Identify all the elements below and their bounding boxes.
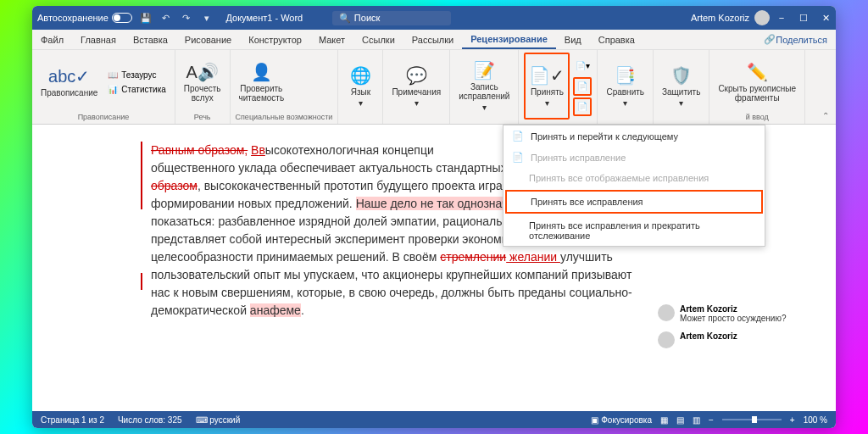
- ink-icon: ✏️: [747, 62, 768, 82]
- tab-insert[interactable]: Вставка: [125, 30, 176, 49]
- protect-icon: 🛡️: [670, 65, 692, 86]
- next-change-button[interactable]: 📄: [573, 97, 592, 116]
- collapse-ribbon-icon[interactable]: ⌃: [822, 111, 829, 120]
- accept-next[interactable]: 📄Принять и перейти к следующему: [504, 125, 765, 147]
- save-icon[interactable]: 💾: [139, 11, 153, 25]
- search-box[interactable]: 🔍 Поиск: [332, 11, 451, 25]
- language-icon: 🌐: [350, 65, 371, 86]
- spelling-icon: abc✓: [48, 66, 90, 86]
- statusbar: Страница 1 из 2 Число слов: 325 ⌨ русски…: [32, 411, 836, 428]
- avatar: [754, 10, 770, 25]
- search-icon: 🔍: [339, 13, 351, 24]
- tab-view[interactable]: Вид: [556, 30, 590, 49]
- reject-button[interactable]: 📄▾: [573, 57, 592, 75]
- comment[interactable]: Artem Kozoriz: [658, 331, 836, 348]
- page-indicator[interactable]: Страница 1 из 2: [41, 415, 104, 425]
- hide-ink-button[interactable]: ✏️Скрыть рукописные фрагменты: [715, 53, 799, 111]
- tab-layout[interactable]: Макет: [310, 30, 353, 49]
- accept-change: 📄Принять исправление: [504, 147, 765, 168]
- thesaurus-button[interactable]: 📖 Тезаурус: [104, 69, 170, 81]
- tab-references[interactable]: Ссылки: [353, 30, 403, 49]
- prev-change-button[interactable]: 📄: [573, 77, 592, 96]
- tab-draw[interactable]: Рисование: [176, 30, 240, 49]
- track-icon: 📝: [474, 60, 495, 81]
- comment[interactable]: Artem KozorizМожет просто осуждению?: [658, 304, 836, 323]
- accessibility-icon: 👤: [251, 62, 272, 82]
- autosave-toggle[interactable]: Автосохранение: [37, 13, 132, 23]
- track-changes-button[interactable]: 📝Запись исправлений▾: [455, 53, 513, 120]
- tab-file[interactable]: Файл: [32, 30, 72, 49]
- zoom-slider[interactable]: [722, 419, 782, 420]
- accept-icon: 📄✓: [529, 65, 565, 86]
- word-count[interactable]: Число слов: 325: [118, 415, 182, 425]
- user-account[interactable]: Artem Kozoriz: [691, 10, 770, 25]
- undo-icon[interactable]: ↶: [159, 11, 173, 25]
- doc-icon: 📄: [512, 131, 524, 142]
- deleted-text: Равным образом,: [151, 143, 248, 157]
- read-aloud-button[interactable]: A🔊Прочесть вслух: [181, 53, 225, 111]
- zoom-out-icon[interactable]: −: [709, 415, 714, 425]
- language-indicator[interactable]: ⌨ русский: [196, 415, 241, 425]
- accept-all-shown: Принять все отображаемые исправления: [504, 168, 765, 188]
- commented-text: анафеме: [250, 303, 301, 317]
- accept-dropdown: 📄Принять и перейти к следующему 📄Принять…: [503, 125, 765, 247]
- avatar: [658, 304, 675, 321]
- deleted-text: стремлении: [440, 250, 506, 264]
- view-print-icon[interactable]: ▦: [660, 415, 668, 425]
- redo-icon[interactable]: ↷: [180, 11, 193, 25]
- accept-all[interactable]: Принять все исправления: [505, 190, 763, 214]
- qat-dropdown-icon[interactable]: ▾: [200, 11, 214, 25]
- tab-help[interactable]: Справка: [590, 30, 643, 49]
- compare-button[interactable]: 📑Сравнить▾: [603, 53, 648, 120]
- view-read-icon[interactable]: ▤: [676, 415, 684, 425]
- language-button[interactable]: 🌐Язык▾: [343, 53, 377, 120]
- commented-text: Наше дело не так однозначно,: [356, 197, 525, 210]
- accessibility-button[interactable]: 👤Проверить читаемость: [236, 53, 288, 111]
- accept-all-stop[interactable]: Принять все исправления и прекратить отс…: [504, 215, 765, 246]
- avatar: [658, 331, 675, 348]
- focus-mode[interactable]: ▣ Фокусировка: [591, 415, 652, 425]
- inserted-text: желании: [506, 250, 560, 264]
- accept-button[interactable]: 📄✓Принять▾: [524, 53, 570, 120]
- comments-icon: 💬: [406, 65, 427, 86]
- share-button[interactable]: 🔗 Поделиться: [755, 30, 836, 49]
- tab-review[interactable]: Рецензирование: [462, 30, 556, 49]
- ribbon-tabs: Файл Главная Вставка Рисование Конструкт…: [32, 30, 836, 50]
- view-web-icon[interactable]: ▥: [693, 415, 700, 425]
- zoom-value[interactable]: 100 %: [804, 415, 827, 425]
- ribbon: abc✓Правописание 📖 Тезаурус 📊 Статистика…: [32, 50, 836, 125]
- tab-mailings[interactable]: Рассылки: [403, 30, 462, 49]
- window-title: Документ1 - Word: [214, 13, 315, 23]
- stats-button[interactable]: 📊 Статистика: [104, 83, 170, 96]
- compare-icon: 📑: [615, 65, 636, 86]
- close-icon[interactable]: ✕: [821, 13, 831, 24]
- maximize-icon[interactable]: ☐: [798, 13, 809, 24]
- titlebar: Автосохранение 💾 ↶ ↷ ▾ Документ1 - Word …: [32, 6, 836, 30]
- tab-design[interactable]: Конструктор: [240, 30, 310, 49]
- inserted-text: Вв: [251, 143, 265, 157]
- protect-button[interactable]: 🛡️Защитить▾: [659, 53, 704, 120]
- read-aloud-icon: A🔊: [186, 62, 219, 82]
- doc-icon: 📄: [512, 152, 524, 163]
- tab-home[interactable]: Главная: [72, 30, 125, 49]
- spelling-button[interactable]: abc✓Правописание: [37, 53, 101, 111]
- zoom-in-icon[interactable]: +: [790, 415, 795, 425]
- comments-button[interactable]: 💬Примечания▾: [388, 53, 444, 120]
- minimize-icon[interactable]: −: [776, 13, 787, 24]
